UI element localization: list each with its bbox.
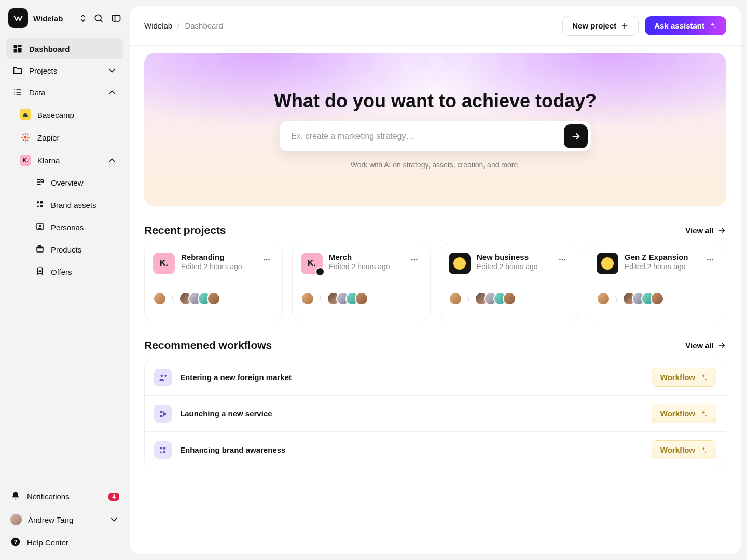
more-icon — [262, 255, 271, 264]
basecamp-icon — [453, 257, 466, 270]
klarna-personas[interactable]: Personas — [29, 217, 123, 238]
svg-point-33 — [564, 259, 565, 261]
ask-assistant-button[interactable]: Ask assistant — [645, 16, 726, 35]
new-project-button[interactable]: New project — [562, 16, 639, 36]
sparkle-icon — [709, 22, 717, 30]
workflow-button-label: Workflow — [660, 373, 695, 382]
project-menu-button[interactable] — [407, 253, 422, 267]
main-panel: Widelab / Dashboard New project Ask assi… — [130, 6, 741, 554]
sparkle-icon — [699, 373, 708, 382]
workflow-row[interactable]: Launching a new service Workflow — [145, 396, 726, 432]
data-item-zapier-label: Zapier — [37, 133, 60, 142]
data-item-zapier[interactable]: Zapier — [13, 127, 123, 148]
basecamp-icon — [20, 109, 31, 120]
svg-rect-40 — [160, 415, 162, 417]
workflow-button-label: Workflow — [660, 445, 695, 454]
avatar — [207, 292, 220, 305]
data-item-basecamp[interactable]: Basecamp — [13, 104, 123, 125]
svg-rect-5 — [14, 49, 18, 53]
klarna-products[interactable]: Products — [29, 239, 123, 260]
klarna-brand-assets[interactable]: Brand assets — [29, 194, 123, 216]
project-subtitle: Edited 2 hours ago — [181, 262, 242, 271]
project-members: \ — [153, 292, 274, 305]
help-center[interactable]: ? Help Center — [6, 531, 123, 554]
project-card[interactable]: K. Merch Edited 2 hours ago \ — [292, 244, 431, 321]
folder-icon — [12, 65, 23, 76]
project-title: New business — [477, 253, 538, 261]
arrow-right-icon — [570, 131, 582, 142]
klarna-offers[interactable]: Offers — [29, 261, 123, 283]
nav-data[interactable]: Data — [6, 82, 123, 103]
hero-input-field[interactable] — [291, 124, 558, 148]
svg-point-31 — [559, 259, 561, 261]
project-menu-button[interactable] — [259, 253, 274, 267]
workflow-button[interactable]: Workflow — [652, 404, 716, 423]
workspace-switcher[interactable]: Widelab — [6, 6, 123, 30]
svg-rect-14 — [22, 139, 24, 141]
svg-point-18 — [40, 205, 43, 208]
nav-data-label: Data — [29, 88, 46, 97]
klarna-overview[interactable]: Overview — [29, 172, 123, 193]
svg-rect-2 — [14, 45, 18, 49]
sidebar-bottom: Notifications 4 Andrew Tang ? Help Cente… — [6, 485, 123, 554]
chevron-up-icon — [107, 155, 117, 165]
project-title: Rebranding — [181, 253, 242, 261]
personas-icon — [35, 222, 45, 233]
nav-projects-label: Projects — [29, 66, 57, 75]
panel-toggle-icon[interactable] — [111, 13, 121, 23]
workflow-button[interactable]: Workflow — [652, 440, 716, 459]
nav-projects[interactable]: Projects — [6, 60, 123, 81]
svg-point-35 — [710, 259, 711, 261]
user-menu[interactable]: Andrew Tang — [6, 509, 123, 530]
avatar — [355, 292, 368, 305]
svg-point-36 — [712, 259, 713, 261]
workflow-title: Launching a new service — [180, 409, 643, 418]
project-card[interactable]: K. Rebranding Edited 2 hours ago \ — [144, 244, 283, 321]
workflow-row[interactable]: Entering a new foreign market Workflow — [145, 359, 726, 396]
project-members: \ — [301, 292, 422, 305]
overview-icon — [35, 177, 45, 188]
topbar: Widelab / Dashboard New project Ask assi… — [130, 6, 741, 46]
svg-point-32 — [562, 259, 563, 261]
recommended-view-all[interactable]: View all — [685, 341, 726, 350]
sidebar: Widelab Dashboard Projects — [0, 0, 130, 560]
avatar — [10, 514, 22, 525]
search-icon[interactable] — [93, 13, 104, 23]
hero-prompt[interactable] — [280, 121, 591, 151]
nav-dashboard[interactable]: Dashboard — [6, 38, 123, 59]
svg-point-29 — [414, 259, 416, 261]
workflow-button[interactable]: Workflow — [652, 368, 716, 387]
project-menu-button[interactable] — [703, 253, 717, 267]
project-brand-icon — [597, 253, 618, 274]
project-card[interactable]: Gen Z Expansion Edited 2 hours ago \ — [588, 244, 726, 321]
avatar — [449, 292, 462, 305]
svg-point-37 — [161, 374, 163, 377]
data-item-klarna-label: Klarna — [37, 156, 60, 165]
data-item-klarna[interactable]: K. Klarna — [13, 149, 123, 171]
svg-point-27 — [268, 259, 270, 261]
hero-submit-button[interactable] — [564, 124, 588, 148]
project-menu-button[interactable] — [555, 253, 570, 267]
project-members: \ — [597, 292, 717, 305]
more-icon — [706, 255, 715, 264]
data-item-basecamp-label: Basecamp — [37, 110, 74, 119]
data-subnav: Basecamp Zapier K. Klarna — [6, 104, 123, 283]
project-subtitle: Edited 2 hours ago — [625, 262, 688, 271]
workflow-row[interactable]: Enhancing brand awareness Workflow — [145, 432, 726, 468]
breadcrumb-root[interactable]: Widelab — [144, 21, 172, 30]
arrow-right-icon — [717, 341, 726, 350]
project-card[interactable]: New business Edited 2 hours ago \ — [440, 244, 578, 321]
recent-view-all[interactable]: View all — [685, 226, 726, 235]
notifications[interactable]: Notifications 4 — [6, 485, 123, 508]
primary-nav: Dashboard Projects Data — [6, 38, 123, 283]
notifications-label: Notifications — [27, 492, 70, 501]
svg-point-30 — [416, 259, 418, 261]
help-center-label: Help Center — [27, 538, 68, 547]
chevron-down-icon — [107, 65, 117, 76]
svg-point-41 — [160, 447, 162, 450]
svg-rect-11 — [22, 134, 24, 136]
svg-rect-1 — [113, 15, 120, 21]
brand-assets-icon — [35, 200, 45, 211]
recent-projects-title: Recent projects — [144, 224, 226, 236]
workflow-button-label: Workflow — [660, 409, 695, 418]
